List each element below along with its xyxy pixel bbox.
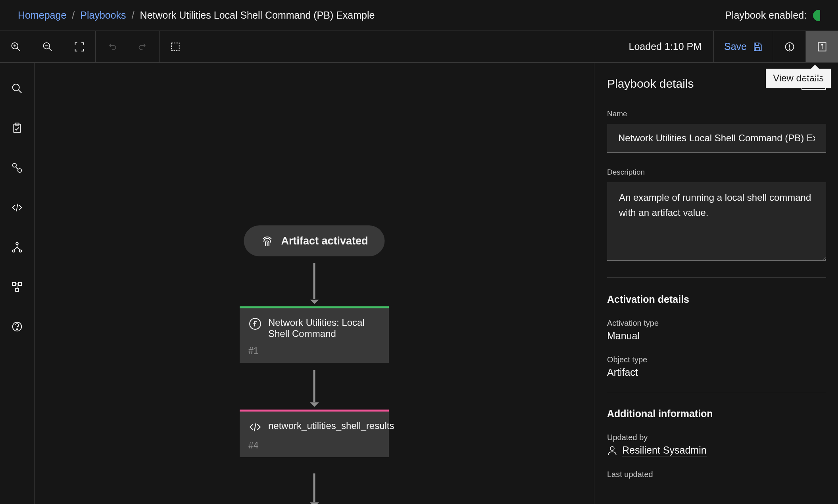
header-right: Playbook enabled: xyxy=(725,10,820,21)
updated-by-value[interactable]: Resilient Sysadmin xyxy=(622,444,707,456)
updated-by-label: Updated by xyxy=(607,433,826,442)
start-node[interactable]: Artifact activated xyxy=(244,225,384,256)
canvas[interactable]: Artifact activated Network Utilities: Lo… xyxy=(35,63,594,504)
svg-point-21 xyxy=(16,242,18,245)
svg-line-16 xyxy=(19,90,22,93)
svg-point-28 xyxy=(17,329,18,330)
help-icon[interactable] xyxy=(11,321,23,333)
playbook-enabled-label: Playbook enabled: xyxy=(725,10,807,21)
description-input[interactable]: An example of running a local shell comm… xyxy=(607,182,826,261)
activation-type-label: Activation type xyxy=(607,319,826,328)
zoom-in-button[interactable] xyxy=(0,31,32,62)
clipboard-icon[interactable] xyxy=(11,122,23,134)
breadcrumb-current: Network Utilities Local Shell Command (P… xyxy=(140,10,375,21)
redo-button[interactable] xyxy=(127,31,159,62)
breadcrumb-home[interactable]: Homepage xyxy=(18,10,66,21)
warning-button[interactable] xyxy=(773,31,805,62)
panel-title: Playbook details xyxy=(607,77,826,90)
activation-type-value: Manual xyxy=(607,330,826,342)
connector xyxy=(313,263,315,299)
svg-rect-24 xyxy=(13,283,16,286)
svg-point-32 xyxy=(610,446,614,450)
breadcrumb: Homepage / Playbooks / Network Utilities… xyxy=(18,10,375,21)
script-node-label: network_utilities_shell_results xyxy=(268,420,394,434)
fingerprint-icon xyxy=(260,234,274,248)
undo-button[interactable] xyxy=(96,31,127,62)
save-button[interactable]: Save xyxy=(713,31,773,62)
fit-button[interactable] xyxy=(63,31,95,62)
svg-point-14 xyxy=(821,44,823,45)
description-label: Description xyxy=(607,168,826,177)
svg-point-11 xyxy=(789,48,790,50)
node-number: #4 xyxy=(240,438,389,457)
activation-title: Activation details xyxy=(607,294,826,305)
object-type-label: Object type xyxy=(607,355,826,364)
workflow-icon[interactable] xyxy=(11,281,23,293)
left-rail xyxy=(0,63,35,504)
node-number: #1 xyxy=(240,343,389,363)
script-node[interactable]: network_utilities_shell_results #4 xyxy=(240,410,389,457)
search-icon[interactable] xyxy=(11,83,23,94)
code-icon xyxy=(248,420,262,434)
playbook-enabled-toggle[interactable] xyxy=(813,10,820,21)
svg-rect-26 xyxy=(15,289,19,292)
svg-line-1 xyxy=(17,48,20,51)
connector xyxy=(313,370,315,402)
panel-toggle[interactable] xyxy=(801,77,826,90)
loaded-time: Loaded 1:10 PM xyxy=(617,31,713,62)
connector xyxy=(313,473,315,502)
function-node[interactable]: Network Utilities: Local Shell Command #… xyxy=(240,306,389,363)
function-icon xyxy=(248,317,262,339)
svg-point-15 xyxy=(13,84,19,91)
breadcrumb-playbooks[interactable]: Playbooks xyxy=(80,10,126,21)
svg-line-5 xyxy=(49,48,52,51)
details-button[interactable] xyxy=(805,31,838,62)
details-panel: Playbook details Name Description An exa… xyxy=(594,63,838,504)
start-node-label: Artifact activated xyxy=(281,235,368,247)
user-icon xyxy=(607,445,617,456)
additional-title: Additional information xyxy=(607,408,826,419)
header: Homepage / Playbooks / Network Utilities… xyxy=(0,0,838,31)
name-label: Name xyxy=(607,110,826,118)
svg-point-22 xyxy=(13,250,15,252)
svg-rect-7 xyxy=(171,43,179,50)
function-node-label: Network Utilities: Local Shell Command xyxy=(268,317,380,339)
select-button[interactable] xyxy=(160,31,191,62)
last-updated-label: Last updated xyxy=(607,470,826,479)
svg-rect-25 xyxy=(19,283,22,286)
zoom-out-button[interactable] xyxy=(32,31,63,62)
object-type-value: Artifact xyxy=(607,367,826,378)
tree-icon[interactable] xyxy=(11,241,23,253)
code-icon[interactable] xyxy=(11,202,23,214)
svg-rect-8 xyxy=(755,47,759,50)
svg-point-23 xyxy=(19,250,22,252)
breadcrumb-sep: / xyxy=(72,10,75,21)
name-input[interactable] xyxy=(607,124,826,153)
flow-icon[interactable] xyxy=(11,162,23,174)
breadcrumb-sep: / xyxy=(132,10,135,21)
toolbar: Loaded 1:10 PM Save xyxy=(0,31,838,63)
